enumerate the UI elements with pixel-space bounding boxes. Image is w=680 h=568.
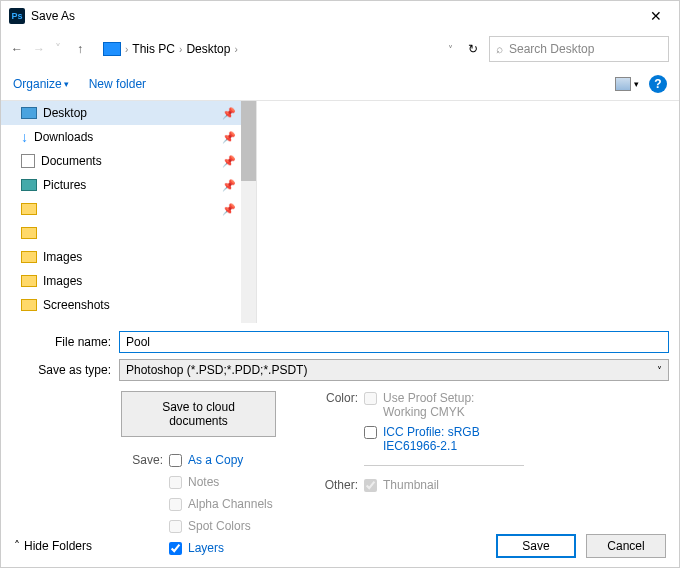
proof-label: Use Proof Setup:	[383, 391, 474, 405]
type-label: Save as type:	[11, 363, 119, 377]
chevron-down-icon[interactable]: ˅	[55, 42, 71, 56]
tree-item[interactable]: ↓Downloads📌	[1, 125, 256, 149]
pin-icon: 📌	[222, 107, 236, 120]
tree-item[interactable]	[1, 221, 256, 245]
notes-checkbox: Notes	[169, 475, 273, 489]
tree-item-label: Desktop	[43, 106, 87, 120]
hide-folders-button[interactable]: ˄ Hide Folders	[14, 539, 92, 553]
as-copy-label: As a Copy	[188, 453, 243, 467]
as-copy-checkbox[interactable]: As a Copy	[169, 453, 273, 467]
tree-item[interactable]: Screenshots	[1, 293, 256, 317]
chevron-up-icon: ˄	[14, 539, 20, 553]
tree-item-label: Pictures	[43, 178, 86, 192]
tree-item[interactable]: Images	[1, 245, 256, 269]
chevron-down-icon[interactable]: ▾	[634, 79, 639, 89]
icc-sub: IEC61966-2.1	[364, 439, 480, 453]
pin-icon: 📌	[222, 155, 236, 168]
notes-label: Notes	[188, 475, 219, 489]
organize-button[interactable]: Organize ▾	[13, 77, 69, 91]
alpha-checkbox: Alpha Channels	[169, 497, 273, 511]
tree-item-label: Screenshots	[43, 298, 110, 312]
breadcrumb[interactable]: › This PC › Desktop › ˅	[99, 42, 457, 56]
pin-icon: 📌	[222, 179, 236, 192]
cancel-button[interactable]: Cancel	[586, 534, 666, 558]
app-icon: Ps	[9, 8, 25, 24]
chevron-down-icon[interactable]: ˅	[448, 44, 453, 55]
help-icon[interactable]: ?	[649, 75, 667, 93]
refresh-icon[interactable]: ↻	[463, 42, 483, 56]
tree-item-label: Documents	[41, 154, 102, 168]
crumb-item[interactable]: Desktop	[186, 42, 230, 56]
search-input[interactable]: ⌕ Search Desktop	[489, 36, 669, 62]
tree-item[interactable]: Documents📌	[1, 149, 256, 173]
pin-icon: 📌	[222, 131, 236, 144]
filename-label: File name:	[11, 335, 119, 349]
close-icon[interactable]: ✕	[641, 8, 671, 24]
tree-item[interactable]: Pictures📌	[1, 173, 256, 197]
alpha-label: Alpha Channels	[188, 497, 273, 511]
color-label: Color:	[316, 391, 358, 453]
window-title: Save As	[31, 9, 641, 23]
view-icon[interactable]	[615, 77, 631, 91]
folder-tree[interactable]: Desktop📌↓Downloads📌Documents📌Pictures📌📌I…	[1, 101, 256, 323]
scrollbar-thumb[interactable]	[241, 101, 256, 181]
tree-item[interactable]: 📌	[1, 197, 256, 221]
tree-item-label: Images	[43, 250, 82, 264]
chevron-right-icon: ›	[125, 44, 128, 55]
tree-item-label: Downloads	[34, 130, 93, 144]
other-label: Other:	[316, 478, 358, 492]
new-folder-button[interactable]: New folder	[89, 77, 146, 91]
icc-label: ICC Profile: sRGB	[383, 425, 480, 439]
file-list[interactable]	[256, 101, 679, 323]
chevron-right-icon: ›	[179, 44, 182, 55]
search-icon: ⌕	[496, 42, 503, 56]
tree-item[interactable]: Desktop📌	[1, 101, 256, 125]
thumbnail-checkbox: Thumbnail	[364, 478, 439, 492]
folder-icon	[103, 42, 121, 56]
chevron-right-icon: ›	[234, 44, 237, 55]
up-icon[interactable]: ↑	[77, 42, 93, 56]
forward-icon: →	[33, 42, 49, 56]
organize-label: Organize	[13, 77, 62, 91]
type-value: Photoshop (*.PSD;*.PDD;*.PSDT)	[126, 363, 307, 377]
pin-icon: 📌	[222, 203, 236, 216]
crumb-item[interactable]: This PC	[132, 42, 175, 56]
proof-sub: Working CMYK	[364, 405, 480, 419]
chevron-down-icon: ˅	[657, 365, 662, 376]
chevron-down-icon: ▾	[64, 79, 69, 89]
proof-checkbox: Use Proof Setup:	[364, 391, 480, 405]
tree-item[interactable]: Images	[1, 269, 256, 293]
type-select[interactable]: Photoshop (*.PSD;*.PDD;*.PSDT) ˅	[119, 359, 669, 381]
thumbnail-label: Thumbnail	[383, 478, 439, 492]
hide-folders-label: Hide Folders	[24, 539, 92, 553]
tree-item-label: Images	[43, 274, 82, 288]
back-icon[interactable]: ←	[11, 42, 27, 56]
icc-checkbox[interactable]: ICC Profile: sRGB	[364, 425, 480, 439]
search-placeholder: Search Desktop	[509, 42, 594, 56]
cloud-save-button[interactable]: Save to cloud documents	[121, 391, 276, 437]
divider	[364, 465, 524, 466]
filename-input[interactable]	[119, 331, 669, 353]
save-button[interactable]: Save	[496, 534, 576, 558]
